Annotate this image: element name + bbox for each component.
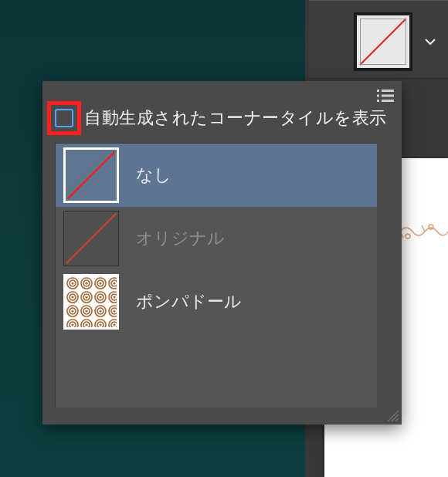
svg-line-18 (392, 414, 399, 421)
svg-line-13 (66, 214, 116, 263)
brush-list: なし オリジナル (55, 143, 377, 408)
svg-line-12 (68, 152, 115, 199)
brush-thumb-none (63, 147, 119, 203)
panel-resize-grip[interactable] (385, 408, 399, 421)
brush-list-item-pompadour[interactable]: ポンパドール (56, 270, 377, 333)
brush-swatch-selector (309, 0, 448, 79)
show-corner-tiles-label: 自動生成されたコーナータイルを表示 (84, 107, 387, 130)
brush-list-item-label: ポンパドール (136, 290, 242, 313)
brush-list-item-label: なし (136, 164, 171, 187)
brush-list-item-none[interactable]: なし (56, 144, 377, 207)
svg-rect-16 (66, 276, 119, 330)
svg-rect-9 (382, 95, 394, 97)
brush-thumb-original (63, 211, 119, 266)
svg-line-5 (360, 19, 406, 65)
svg-rect-8 (377, 95, 379, 97)
annotation-highlight (47, 101, 81, 135)
swatch-dropdown-button[interactable] (420, 32, 440, 52)
current-brush-swatch[interactable] (354, 12, 412, 71)
brush-list-item-original[interactable]: オリジナル (56, 207, 377, 270)
brush-thumb-pompadour (63, 274, 119, 330)
brush-list-item-label: オリジナル (136, 227, 225, 250)
svg-rect-6 (377, 90, 379, 92)
flyout-header: 自動生成されたコーナータイルを表示 (42, 81, 402, 135)
brush-picker-flyout: 自動生成されたコーナータイルを表示 なし (42, 81, 402, 425)
svg-rect-7 (382, 90, 394, 92)
svg-line-19 (395, 418, 399, 421)
show-corner-tiles-checkbox[interactable] (55, 109, 73, 127)
